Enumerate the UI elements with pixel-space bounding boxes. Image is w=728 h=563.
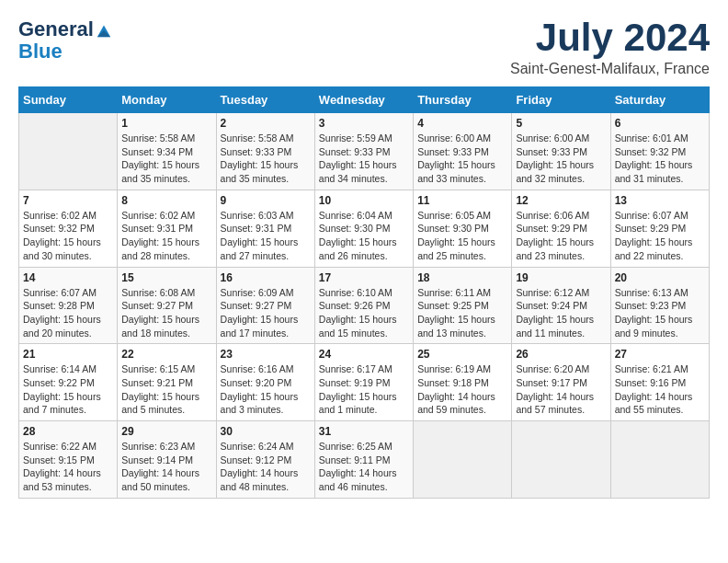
day-info: Sunrise: 6:08 AMSunset: 9:27 PMDaylight:… <box>121 286 211 340</box>
day-number: 2 <box>221 117 311 130</box>
day-info: Sunrise: 6:20 AMSunset: 9:17 PMDaylight:… <box>516 362 606 417</box>
day-info: Sunrise: 6:07 AMSunset: 9:28 PMDaylight:… <box>23 286 113 340</box>
day-info: Sunrise: 6:05 AMSunset: 9:30 PMDaylight:… <box>417 209 507 263</box>
location-subtitle: Saint-Genest-Malifaux, France <box>510 61 710 77</box>
calendar-cell: 26Sunrise: 6:20 AMSunset: 9:17 PMDayligh… <box>512 344 610 421</box>
header-saturday: Saturday <box>610 87 709 113</box>
day-number: 22 <box>121 348 211 361</box>
calendar-body: 1Sunrise: 5:58 AMSunset: 9:34 PMDaylight… <box>19 113 710 499</box>
calendar-week-4: 21Sunrise: 6:14 AMSunset: 9:22 PMDayligh… <box>19 344 710 421</box>
calendar-cell: 18Sunrise: 6:11 AMSunset: 9:25 PMDayligh… <box>414 267 512 344</box>
day-info: Sunrise: 6:06 AMSunset: 9:29 PMDaylight:… <box>516 209 606 263</box>
day-number: 24 <box>319 348 409 361</box>
day-info: Sunrise: 6:02 AMSunset: 9:31 PMDaylight:… <box>121 209 211 263</box>
day-info: Sunrise: 5:59 AMSunset: 9:33 PMDaylight:… <box>319 132 409 186</box>
day-info: Sunrise: 6:24 AMSunset: 9:12 PMDaylight:… <box>221 440 311 494</box>
day-info: Sunrise: 5:58 AMSunset: 9:34 PMDaylight:… <box>121 132 211 186</box>
day-number: 27 <box>615 348 705 361</box>
calendar-cell: 2Sunrise: 5:58 AMSunset: 9:33 PMDaylight… <box>216 113 314 190</box>
day-number: 6 <box>615 117 705 130</box>
day-info: Sunrise: 6:01 AMSunset: 9:32 PMDaylight:… <box>615 132 705 186</box>
day-info: Sunrise: 6:17 AMSunset: 9:19 PMDaylight:… <box>319 362 409 417</box>
day-info: Sunrise: 6:07 AMSunset: 9:29 PMDaylight:… <box>615 209 705 263</box>
header-wednesday: Wednesday <box>314 87 413 113</box>
day-number: 26 <box>516 348 606 361</box>
calendar-week-5: 28Sunrise: 6:22 AMSunset: 9:15 PMDayligh… <box>19 421 710 499</box>
day-info: Sunrise: 6:21 AMSunset: 9:16 PMDaylight:… <box>615 362 705 417</box>
day-info: Sunrise: 6:13 AMSunset: 9:23 PMDaylight:… <box>615 286 705 340</box>
calendar-cell: 9Sunrise: 6:03 AMSunset: 9:31 PMDaylight… <box>216 190 314 267</box>
day-number: 10 <box>319 194 409 207</box>
calendar-table: Sunday Monday Tuesday Wednesday Thursday… <box>18 86 710 499</box>
day-number: 28 <box>23 425 113 438</box>
calendar-cell: 1Sunrise: 5:58 AMSunset: 9:34 PMDaylight… <box>118 113 216 190</box>
day-number: 3 <box>319 117 409 130</box>
day-number: 8 <box>121 194 211 207</box>
day-info: Sunrise: 6:11 AMSunset: 9:25 PMDaylight:… <box>417 286 507 340</box>
day-info: Sunrise: 6:03 AMSunset: 9:31 PMDaylight:… <box>221 209 311 263</box>
day-number: 15 <box>121 271 211 284</box>
page-header: General Blue July 2024 Saint-Genest-Mali… <box>18 18 710 77</box>
calendar-cell: 23Sunrise: 6:16 AMSunset: 9:20 PMDayligh… <box>216 344 314 421</box>
day-number: 20 <box>615 271 705 284</box>
calendar-cell <box>512 421 610 499</box>
day-info: Sunrise: 6:12 AMSunset: 9:24 PMDaylight:… <box>516 286 606 340</box>
day-number: 4 <box>417 117 507 130</box>
day-info: Sunrise: 6:09 AMSunset: 9:27 PMDaylight:… <box>221 286 311 340</box>
day-number: 13 <box>615 194 705 207</box>
title-area: July 2024 Saint-Genest-Malifaux, France <box>510 18 710 77</box>
calendar-cell: 12Sunrise: 6:06 AMSunset: 9:29 PMDayligh… <box>512 190 610 267</box>
calendar-cell: 28Sunrise: 6:22 AMSunset: 9:15 PMDayligh… <box>19 421 118 499</box>
day-info: Sunrise: 6:10 AMSunset: 9:26 PMDaylight:… <box>319 286 409 340</box>
day-number: 16 <box>221 271 311 284</box>
day-number: 12 <box>516 194 606 207</box>
calendar-cell: 20Sunrise: 6:13 AMSunset: 9:23 PMDayligh… <box>610 267 709 344</box>
calendar-cell <box>19 113 118 190</box>
day-number: 21 <box>23 348 113 361</box>
calendar-cell: 29Sunrise: 6:23 AMSunset: 9:14 PMDayligh… <box>118 421 216 499</box>
header-monday: Monday <box>118 87 216 113</box>
calendar-cell: 22Sunrise: 6:15 AMSunset: 9:21 PMDayligh… <box>118 344 216 421</box>
calendar-week-2: 7Sunrise: 6:02 AMSunset: 9:32 PMDaylight… <box>19 190 710 267</box>
calendar-cell: 27Sunrise: 6:21 AMSunset: 9:16 PMDayligh… <box>610 344 709 421</box>
calendar-cell: 7Sunrise: 6:02 AMSunset: 9:32 PMDaylight… <box>19 190 118 267</box>
calendar-cell: 13Sunrise: 6:07 AMSunset: 9:29 PMDayligh… <box>610 190 709 267</box>
calendar-cell: 3Sunrise: 5:59 AMSunset: 9:33 PMDaylight… <box>314 113 413 190</box>
header-tuesday: Tuesday <box>216 87 314 113</box>
day-info: Sunrise: 6:04 AMSunset: 9:30 PMDaylight:… <box>319 209 409 263</box>
calendar-header: Sunday Monday Tuesday Wednesday Thursday… <box>19 87 710 113</box>
calendar-cell: 6Sunrise: 6:01 AMSunset: 9:32 PMDaylight… <box>610 113 709 190</box>
logo-general: General <box>18 18 94 40</box>
day-number: 30 <box>221 425 311 438</box>
calendar-cell: 15Sunrise: 6:08 AMSunset: 9:27 PMDayligh… <box>118 267 216 344</box>
day-info: Sunrise: 6:00 AMSunset: 9:33 PMDaylight:… <box>516 132 606 186</box>
calendar-cell: 4Sunrise: 6:00 AMSunset: 9:33 PMDaylight… <box>414 113 512 190</box>
calendar-cell: 30Sunrise: 6:24 AMSunset: 9:12 PMDayligh… <box>216 421 314 499</box>
day-info: Sunrise: 6:16 AMSunset: 9:20 PMDaylight:… <box>221 362 311 417</box>
calendar-cell: 11Sunrise: 6:05 AMSunset: 9:30 PMDayligh… <box>414 190 512 267</box>
calendar-cell: 19Sunrise: 6:12 AMSunset: 9:24 PMDayligh… <box>512 267 610 344</box>
calendar-cell <box>610 421 709 499</box>
day-info: Sunrise: 6:25 AMSunset: 9:11 PMDaylight:… <box>319 440 409 494</box>
day-number: 5 <box>516 117 606 130</box>
calendar-cell: 21Sunrise: 6:14 AMSunset: 9:22 PMDayligh… <box>19 344 118 421</box>
logo-icon <box>96 22 112 39</box>
calendar-cell: 25Sunrise: 6:19 AMSunset: 9:18 PMDayligh… <box>414 344 512 421</box>
calendar-cell: 16Sunrise: 6:09 AMSunset: 9:27 PMDayligh… <box>216 267 314 344</box>
calendar-cell: 24Sunrise: 6:17 AMSunset: 9:19 PMDayligh… <box>314 344 413 421</box>
logo-blue: Blue <box>18 40 112 63</box>
header-row: Sunday Monday Tuesday Wednesday Thursday… <box>19 87 710 113</box>
day-number: 23 <box>221 348 311 361</box>
month-title: July 2024 <box>510 18 710 57</box>
header-sunday: Sunday <box>19 87 118 113</box>
day-number: 31 <box>319 425 409 438</box>
logo: General Blue <box>18 18 112 63</box>
calendar-cell: 5Sunrise: 6:00 AMSunset: 9:33 PMDaylight… <box>512 113 610 190</box>
day-info: Sunrise: 6:19 AMSunset: 9:18 PMDaylight:… <box>417 362 507 417</box>
day-info: Sunrise: 6:02 AMSunset: 9:32 PMDaylight:… <box>23 209 113 263</box>
calendar-week-1: 1Sunrise: 5:58 AMSunset: 9:34 PMDaylight… <box>19 113 710 190</box>
calendar-cell: 10Sunrise: 6:04 AMSunset: 9:30 PMDayligh… <box>314 190 413 267</box>
header-friday: Friday <box>512 87 610 113</box>
day-number: 1 <box>121 117 211 130</box>
calendar-cell: 17Sunrise: 6:10 AMSunset: 9:26 PMDayligh… <box>314 267 413 344</box>
